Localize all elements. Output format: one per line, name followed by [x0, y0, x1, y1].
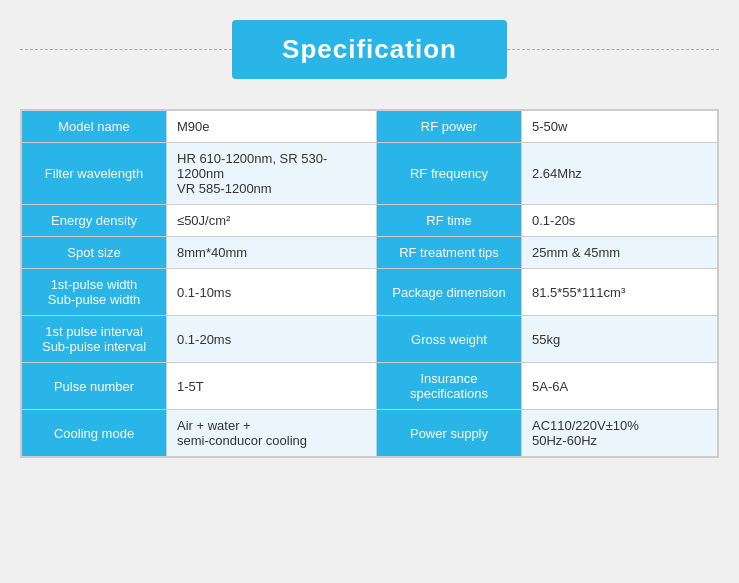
right-value-5: 55kg: [522, 316, 718, 363]
right-label-2: RF time: [377, 205, 522, 237]
right-label-4: Package dimension: [377, 269, 522, 316]
right-value-6: 5A-6A: [522, 363, 718, 410]
left-label-7: Cooling mode: [22, 410, 167, 457]
left-value-4: 0.1-10ms: [167, 269, 377, 316]
spec-table-container: Model nameM90eRF power5-50wFilter wavele…: [20, 109, 719, 458]
right-label-0: RF power: [377, 111, 522, 143]
page-title: Specification: [232, 20, 507, 79]
left-label-1: Filter wavelength: [22, 143, 167, 205]
right-value-7: AC110/220V±10% 50Hz-60Hz: [522, 410, 718, 457]
right-value-2: 0.1-20s: [522, 205, 718, 237]
left-value-0: M90e: [167, 111, 377, 143]
left-value-1: HR 610-1200nm, SR 530-1200nm VR 585-1200…: [167, 143, 377, 205]
left-value-7: Air + water + semi-conducor cooling: [167, 410, 377, 457]
left-label-3: Spot size: [22, 237, 167, 269]
left-label-5: 1st pulse interval Sub-pulse interval: [22, 316, 167, 363]
decorative-line-right: [507, 49, 719, 50]
right-value-1: 2.64Mhz: [522, 143, 718, 205]
left-value-6: 1-5T: [167, 363, 377, 410]
right-label-5: Gross weight: [377, 316, 522, 363]
left-label-2: Energy density: [22, 205, 167, 237]
spec-table: Model nameM90eRF power5-50wFilter wavele…: [21, 110, 718, 457]
left-label-0: Model name: [22, 111, 167, 143]
right-label-3: RF treatment tips: [377, 237, 522, 269]
right-value-3: 25mm & 45mm: [522, 237, 718, 269]
right-value-4: 81.5*55*111cm³: [522, 269, 718, 316]
right-label-6: Insurance specifications: [377, 363, 522, 410]
left-value-2: ≤50J/cm²: [167, 205, 377, 237]
left-value-3: 8mm*40mm: [167, 237, 377, 269]
left-label-6: Pulse number: [22, 363, 167, 410]
right-value-0: 5-50w: [522, 111, 718, 143]
left-label-4: 1st-pulse width Sub-pulse width: [22, 269, 167, 316]
header-section: Specification: [20, 20, 719, 79]
left-value-5: 0.1-20ms: [167, 316, 377, 363]
right-label-1: RF frequency: [377, 143, 522, 205]
right-label-7: Power supply: [377, 410, 522, 457]
decorative-line-left: [20, 49, 232, 50]
